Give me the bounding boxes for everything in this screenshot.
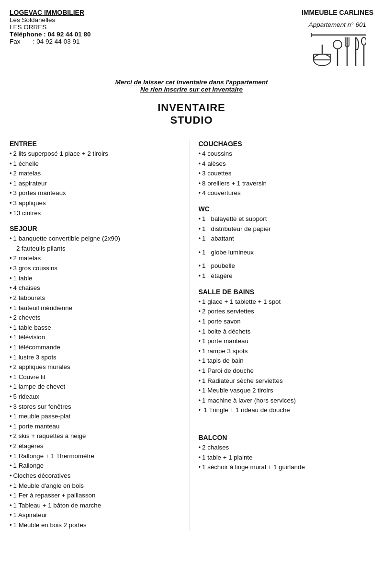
sejour-item-1b: 2 fauteuils pliants [10, 244, 185, 254]
sejour-item-25: •1 Meuble d'angle en bois [10, 481, 185, 491]
sejour-item-8: •2 chevets [10, 313, 185, 323]
sejour-item-10: •1 télévision [10, 333, 185, 343]
telephone-line: Téléphone : 04 92 44 01 80 [10, 31, 302, 38]
couchages-item-2: •4 alèses [199, 159, 374, 169]
section-balcon-title: BALCON [199, 434, 374, 441]
fax-label: Fax [10, 38, 21, 45]
sejour-item-2: •2 matelas [10, 254, 185, 264]
couchages-item-1: •4 coussins [199, 149, 374, 159]
wc-item-1: • 1 balayette et support [199, 214, 374, 224]
entree-item-2: •1 échelle [10, 159, 185, 169]
balcon-item-1: •2 chaises [199, 443, 374, 453]
fax-value: 04 92 44 03 91 [36, 38, 79, 45]
sdb-item-9: •1 Radiateur sèche serviettes [199, 376, 374, 386]
notice-line1: Merci de laisser cet inventaire dans l'a… [10, 79, 373, 86]
fax-line: Fax : 04 92 44 03 91 [10, 38, 302, 45]
sdb-item-4: •1 boite à déchets [199, 327, 374, 337]
content-area: ENTREE •2 lits superposé 1 place + 2 tir… [10, 140, 373, 530]
notice-block: Merci de laisser cet inventaire dans l'a… [10, 79, 373, 93]
sdb-item-11: •1 machine à laver (hors services) [199, 396, 374, 406]
sejour-item-16: •5 rideaux [10, 392, 185, 402]
fax-spacer [22, 38, 31, 45]
header: LOGEVAC IMMOBILIER Les Soldanelles LES O… [10, 9, 373, 75]
sejour-item-28: •1 Aspirateur [10, 510, 185, 520]
telephone-colon: : [44, 31, 47, 38]
entree-item-5: •3 portes manteaux [10, 188, 185, 198]
sejour-item-5: •4 chaises [10, 283, 185, 293]
main-title: INVENTAIRE STUDIO [10, 102, 373, 127]
sejour-item-24: •Cloches décoratives [10, 471, 185, 481]
section-sdb-title: SALLE DE BAINS [199, 288, 374, 296]
telephone-label: Téléphone [10, 31, 42, 38]
sejour-item-26: •1 Fer à repasser + paillasson [10, 491, 185, 501]
section-sejour-title: SEJOUR [10, 225, 185, 232]
sdb-item-3: •1 porte savon [199, 317, 374, 327]
sejour-item-11: •1 télécommande [10, 343, 185, 353]
column-right: COUCHAGES •4 coussins •4 alèses •3 couet… [190, 140, 374, 530]
sejour-item-17: •3 stores sur fenêtres [10, 402, 185, 412]
entree-item-4: •1 aspirateur [10, 179, 185, 189]
balcon-item-3: •1 séchoir à linge mural + 1 guirlande [199, 462, 374, 473]
sejour-item-29: •1 Meuble en bois 2 portes [10, 520, 185, 530]
couchages-item-4: •8 oreillers + 1 traversin [199, 179, 374, 189]
sdb-item-10: •1 Meuble vasque 2 tiroirs [199, 386, 374, 396]
svg-rect-1 [314, 54, 331, 60]
sejour-item-14: •1 Couvre lit [10, 372, 185, 382]
title-line1: INVENTAIRE [10, 102, 373, 114]
header-right: IMMEUBLE CARLINES Appartement n° 601 [302, 9, 373, 75]
sdb-item-12: • 1 Tringle + 1 rideau de douche [199, 405, 374, 415]
notice-line2: Ne rien inscrire sur cet inventaire [10, 86, 373, 93]
apartment-number: Appartement n° 601 [302, 21, 373, 28]
couchages-item-5: •4 couvertures [199, 188, 374, 198]
sejour-item-27: •1 Tableau + 1 bâton de marche [10, 501, 185, 511]
couchages-item-3: •3 couettes [199, 169, 374, 179]
sdb-item-1: •1 glace + 1 tablette + 1 spot [199, 297, 374, 307]
wc-item-6: • 1 étagère [199, 271, 374, 281]
kitchen-icon [309, 30, 366, 73]
address-line1: Les Soldanelles [10, 16, 302, 23]
sejour-item-21: •2 étagères [10, 441, 185, 451]
svg-point-3 [333, 40, 342, 49]
company-name: LOGEVAC IMMOBILIER [10, 9, 302, 16]
sejour-item-12: •1 lustre 3 spots [10, 353, 185, 363]
building-name: IMMEUBLE CARLINES [302, 9, 373, 16]
sejour-item-22: •1 Rallonge + 1 Thermomètre [10, 451, 185, 461]
sejour-item-6: •2 tabourets [10, 293, 185, 303]
title-line2: STUDIO [10, 114, 373, 127]
sejour-item-15: •1 lampe de chevet [10, 382, 185, 392]
section-entree-title: ENTREE [10, 140, 185, 148]
sejour-item-18: •1 meuble passe-plat [10, 412, 185, 422]
wc-item-3: • 1 abattant [199, 234, 374, 244]
sdb-item-2: •2 portes serviettes [199, 307, 374, 317]
sejour-item-23: •1 Rallonge [10, 461, 185, 471]
sejour-item-7: •1 fauteuil méridienne [10, 303, 185, 313]
entree-item-6: •3 appliques [10, 198, 185, 208]
entree-item-3: •2 matelas [10, 169, 185, 179]
address-line2: LES ORRES [10, 23, 302, 31]
sdb-item-8: •1 Paroi de douche [199, 366, 374, 376]
balcon-item-2: •1 table + 1 plainte [199, 453, 374, 463]
entree-item-1: •2 lits superposé 1 place + 2 tiroirs [10, 149, 185, 159]
column-left: ENTREE •2 lits superposé 1 place + 2 tir… [10, 140, 190, 530]
wc-item-2: • 1 distributeur de papier [199, 224, 374, 234]
sejour-item-4: •1 table [10, 274, 185, 284]
sejour-item-19: •1 porte manteau [10, 422, 185, 432]
sdb-item-7: •1 tapis de bain [199, 356, 374, 366]
sdb-item-5: •1 porte manteau [199, 336, 374, 346]
section-couchages-title: COUCHAGES [199, 140, 374, 148]
telephone-value: 04 92 44 01 80 [48, 31, 91, 38]
sejour-item-20: •2 skis + raquettes à neige [10, 431, 185, 441]
sejour-item-9: •1 table basse [10, 323, 185, 333]
section-wc-title: WC [199, 205, 374, 213]
wc-item-4: • 1 globe lumineux [199, 248, 374, 258]
wc-item-5: • 1 poubelle [199, 261, 374, 271]
sejour-item-3: •3 gros coussins [10, 264, 185, 274]
header-left: LOGEVAC IMMOBILIER Les Soldanelles LES O… [10, 9, 302, 45]
svg-point-10 [361, 37, 366, 45]
sdb-item-6: •1 rampe 3 spots [199, 346, 374, 357]
entree-item-7: •13 cintres [10, 208, 185, 219]
sejour-item-13: •2 appliques murales [10, 362, 185, 372]
sejour-item-1: •1 banquette convertible peigne (2x90) [10, 234, 185, 244]
